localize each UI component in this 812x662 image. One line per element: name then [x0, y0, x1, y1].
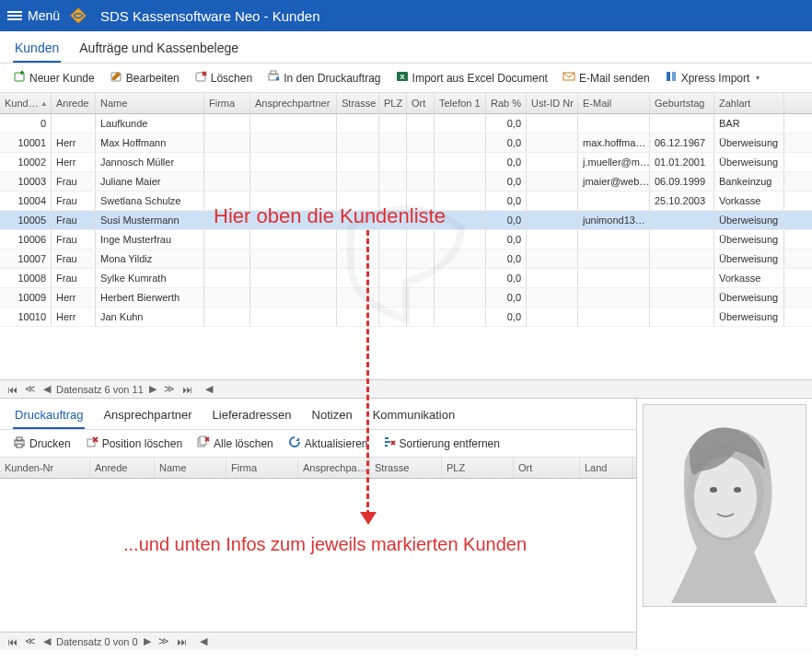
app-header: Menü SDS Kassensoftware Neo - Kunden [0, 0, 812, 31]
detail-tab-2[interactable]: Lieferadressen [211, 404, 294, 429]
menu-button[interactable]: Menü [7, 8, 60, 23]
dnav-prev-button[interactable]: ◀ [41, 635, 52, 647]
nav-last-button[interactable]: ⏭ [180, 384, 194, 395]
cell-plz [379, 114, 407, 133]
detail-col-header-0[interactable]: Kunden-Nr [0, 458, 90, 478]
main-toolbar: Neuer KundeBearbeitenLöschenIn den Druck… [0, 63, 812, 93]
svg-rect-12 [17, 444, 22, 447]
cell-zahlart: Überweisung [714, 250, 784, 268]
cell-ansprech [250, 134, 337, 152]
detail-col-header-8[interactable]: Land [580, 458, 633, 478]
delete-button[interactable]: Löschen [189, 67, 258, 88]
main-tab-0[interactable]: Kunden [13, 37, 61, 63]
table-row[interactable]: 10009HerrHerbert Bierwerth0,0Überweisung [0, 288, 812, 308]
cell-rab: 0,0 [486, 269, 527, 287]
dnav-last-button[interactable]: ⏭ [175, 636, 189, 647]
cell-firma [204, 308, 250, 326]
table-row[interactable]: 10002HerrJannosch Müller0,0j.mueller@m…0… [0, 153, 812, 172]
clear-sort-button[interactable]: Sortierung entfernen [377, 433, 505, 454]
refresh-button[interactable]: Aktualisieren [283, 433, 374, 454]
edit-button[interactable]: Bearbeiten [104, 67, 185, 88]
cell-firma [204, 211, 250, 229]
table-row[interactable]: 0Laufkunde0,0BAR [0, 114, 812, 134]
to-printqueue-button[interactable]: In den Druckauftrag [261, 67, 386, 88]
col-header-geb[interactable]: Geburtstag [650, 93, 714, 113]
table-row[interactable]: 10005FrauSusi Mustermann0,0junimond13…Üb… [0, 211, 812, 230]
cell-strasse [337, 114, 379, 133]
table-row[interactable]: 10006FrauInge Musterfrau0,0Überweisung [0, 230, 812, 250]
detail-grid-footer: ⏮ ≪ ◀ Datensatz 0 von 0 ▶ ≫ ⏭ ◀ [0, 632, 636, 650]
col-header-firma[interactable]: Firma [204, 93, 250, 113]
col-header-strasse[interactable]: Strasse [337, 93, 379, 113]
cell-plz [379, 230, 407, 249]
table-row[interactable]: 10007FrauMona Yildiz0,0Überweisung [0, 250, 812, 269]
cell-ansprech [250, 211, 337, 229]
table-row[interactable]: 10010HerrJan Kuhn0,0Überweisung [0, 308, 812, 327]
col-header-ansprech[interactable]: Ansprechpartner [250, 93, 337, 113]
col-header-name[interactable]: Name [96, 93, 204, 113]
nav-first-button[interactable]: ⏮ [6, 384, 19, 395]
nav-next-button[interactable]: ▶ [147, 383, 158, 395]
cell-email: max.hoffma… [578, 134, 650, 152]
send-email-button[interactable]: E-Mail senden [557, 67, 655, 88]
cell-ansprech [250, 153, 337, 171]
delete-position-button[interactable]: Position löschen [80, 433, 188, 454]
col-header-ustid[interactable]: Ust-ID Nr [527, 93, 578, 113]
nav-prev-button[interactable]: ◀ [41, 383, 52, 395]
detail-col-header-7[interactable]: Ort [514, 458, 580, 478]
detail-tab-4[interactable]: Kommunikation [371, 404, 458, 429]
svg-text:X: X [400, 73, 405, 81]
table-row[interactable]: 10001HerrMax Hoffmann0,0max.hoffma…06.12… [0, 134, 812, 153]
cell-zahlart: Überweisung [714, 308, 784, 326]
cell-firma [204, 250, 250, 268]
xpress-import-button[interactable]: Xpress Import▾ [659, 67, 766, 88]
main-tab-1[interactable]: Aufträge und Kassenbelege [77, 37, 240, 63]
cell-ustid [527, 114, 578, 133]
detail-col-header-5[interactable]: Strasse [370, 458, 442, 478]
nav-nextpage-button[interactable]: ≫ [162, 383, 177, 395]
detail-tab-3[interactable]: Notizen [310, 404, 354, 429]
nav-scroll-left-button[interactable]: ◀ [203, 383, 215, 395]
detail-tab-1[interactable]: Ansprechpartner [101, 404, 193, 429]
detail-tab-0[interactable]: Druckauftrag [13, 404, 85, 429]
dnav-first-button[interactable]: ⏮ [6, 636, 19, 647]
dnav-scroll-left-button[interactable]: ◀ [198, 635, 209, 647]
new-customer-button[interactable]: Neuer Kunde [7, 67, 100, 88]
col-header-tel1[interactable]: Telefon 1 [435, 93, 486, 113]
dnav-nextpage-button[interactable]: ≫ [157, 635, 171, 647]
table-row[interactable]: 10003FrauJuliane Maier0,0jmaier@web…06.0… [0, 172, 812, 192]
col-header-kundnr[interactable]: Kund…▲ [0, 93, 52, 113]
nav-prevpage-button[interactable]: ≪ [23, 383, 38, 395]
svg-rect-9 [672, 72, 676, 81]
cell-email: jmaier@web… [578, 172, 650, 191]
detail-col-header-3[interactable]: Firma [226, 458, 298, 478]
print-button[interactable]: Drucken [7, 433, 76, 454]
cell-kundnr: 10002 [0, 153, 52, 171]
col-header-anrede[interactable]: Anrede [52, 93, 96, 113]
cell-ort [407, 172, 435, 191]
col-header-ort[interactable]: Ort [407, 93, 435, 113]
table-row[interactable]: 10004FrauSwetlana Schulze0,025.10.2003Vo… [0, 192, 812, 211]
cell-tel1 [435, 114, 486, 133]
cell-plz [379, 308, 407, 326]
dnav-next-button[interactable]: ▶ [142, 635, 153, 647]
cell-ansprech [250, 114, 337, 133]
cell-geb: 06.09.1999 [650, 172, 714, 191]
hamburger-icon [7, 11, 22, 20]
dnav-prevpage-button[interactable]: ≪ [23, 635, 38, 647]
col-header-rab[interactable]: Rab % [486, 93, 527, 113]
col-header-email[interactable]: E-Mail [578, 93, 650, 113]
detail-col-header-4[interactable]: Ansprechpa… [298, 458, 370, 478]
delete-all-button[interactable]: Alle löschen [191, 433, 279, 454]
cell-zahlart: Überweisung [714, 134, 784, 152]
detail-col-header-6[interactable]: PLZ [442, 458, 514, 478]
col-header-zahlart[interactable]: Zahlart [714, 93, 784, 113]
cell-zahlart: Überweisung [714, 211, 784, 229]
col-header-plz[interactable]: PLZ [379, 93, 407, 113]
detail-col-header-1[interactable]: Anrede [90, 458, 155, 478]
customer-portrait[interactable] [643, 404, 806, 607]
table-row[interactable]: 10008FrauSylke Kumrath0,0Vorkasse [0, 269, 812, 288]
import-excel-button[interactable]: XImport aus Excel Document [390, 67, 553, 88]
cell-geb [650, 211, 714, 229]
detail-col-header-2[interactable]: Name [155, 458, 226, 478]
